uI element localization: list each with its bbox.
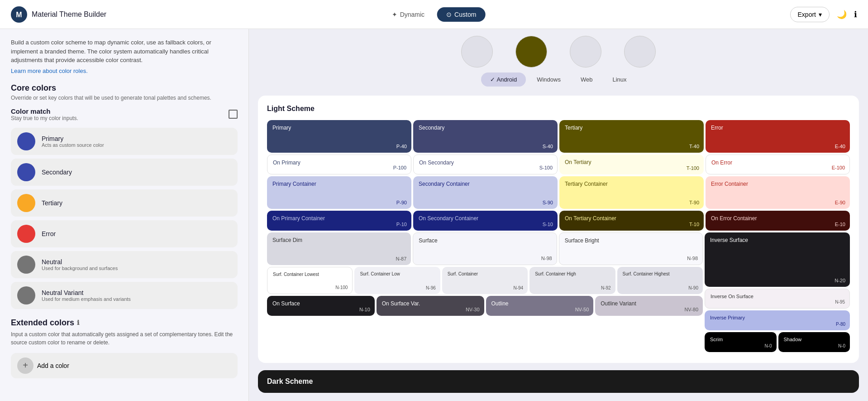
color-item-primary[interactable]: Primary Acts as custom source color [11, 128, 238, 155]
tertiary-label: Tertiary [42, 199, 62, 207]
cell-outline[interactable]: Outline NV-50 [486, 296, 594, 316]
header-right: Export ▾ 🌙 ℹ [790, 7, 857, 22]
cell-on-tertiary[interactable]: On Tertiary T-100 [559, 155, 704, 174]
color-match-labels: Color match Stay true to my color inputs… [11, 107, 78, 121]
custom-tab[interactable]: ⊙ Custom [437, 7, 485, 22]
color-match-title: Color match [11, 107, 78, 115]
tab-linux[interactable]: Linux [603, 72, 635, 87]
cell-inverse-on-surface[interactable]: Inverse On Surface N-95 [705, 289, 850, 309]
primary-color-circle [17, 132, 35, 150]
header: M Material Theme Builder ✦ Dynamic ⊙ Cus… [0, 0, 868, 29]
dynamic-tab[interactable]: ✦ Dynamic [383, 7, 434, 22]
main-layout: Build a custom color scheme to map dynam… [0, 29, 868, 401]
cell-secondary-container[interactable]: Secondary Container S-90 [413, 176, 558, 209]
dark-scheme-title: Dark Scheme [267, 377, 850, 386]
top-preview-strip [258, 38, 859, 65]
color-match-checkbox[interactable] [229, 110, 238, 119]
info-button[interactable]: ℹ [854, 10, 857, 19]
content-area: ✓ Android Windows Web Linux Light Scheme… [249, 29, 868, 401]
secondary-label: Secondary [42, 169, 72, 176]
cell-on-error-container[interactable]: On Error Container E-10 [706, 211, 850, 231]
extended-info-icon: ℹ [77, 319, 79, 326]
tab-web[interactable]: Web [572, 72, 602, 87]
color-match-row: Color match Stay true to my color inputs… [11, 107, 238, 121]
neutral-color-circle [17, 256, 35, 274]
export-button[interactable]: Export ▾ [790, 7, 830, 22]
cell-surface[interactable]: Surface N-98 [413, 232, 557, 265]
cell-on-secondary-container[interactable]: On Secondary Container S-10 [413, 211, 558, 231]
color-item-neutral-variant[interactable]: Neutral Variant Used for medium emphasis… [11, 282, 238, 309]
neutral-variant-label: Neutral Variant [42, 289, 131, 296]
cell-inverse-surface[interactable]: Inverse Surface N-20 [705, 232, 850, 287]
inverse-panel: Inverse Surface N-20 Inverse On Surface … [705, 232, 850, 352]
color-item-neutral[interactable]: Neutral Used for background and surfaces [11, 251, 238, 278]
sidebar-description: Build a custom color scheme to map dynam… [11, 38, 238, 65]
cell-outline-variant[interactable]: Outline Variant NV-80 [595, 296, 703, 316]
tab-windows[interactable]: Windows [528, 72, 570, 87]
core-colors-subtitle: Override or set key colors that will be … [11, 95, 238, 101]
secondary-color-circle [17, 163, 35, 181]
dark-scheme-card: Dark Scheme [258, 370, 859, 393]
cell-secondary[interactable]: Secondary S-40 [413, 120, 558, 153]
add-icon: + [17, 358, 33, 374]
color-item-error[interactable]: Error [11, 220, 238, 247]
cell-surface-dim[interactable]: Surface Dim N-87 [267, 232, 411, 265]
scrim-shadow-row: Scrim N-0 Shadow N-0 [705, 332, 850, 352]
cell-surf-container-low[interactable]: Surf. Container Low N-96 [354, 267, 440, 294]
neutral-variant-desc: Used for medium emphasis and variants [42, 296, 131, 302]
cell-on-primary[interactable]: On Primary P-100 [267, 155, 411, 174]
core-colors-title: Core colors [11, 83, 238, 93]
color-item-secondary[interactable]: Secondary [11, 159, 238, 186]
cell-surf-container-highest[interactable]: Surf. Container Highest N-90 [617, 267, 703, 294]
preview-circle-1 [459, 38, 495, 65]
cell-on-surface[interactable]: On Surface N-10 [267, 296, 375, 316]
color-item-tertiary[interactable]: Tertiary [11, 189, 238, 217]
sidebar-learn-more-link[interactable]: Learn more about color roles. [11, 68, 88, 74]
dark-mode-toggle[interactable]: 🌙 [837, 10, 847, 19]
tertiary-color-circle [17, 194, 35, 212]
cell-surf-container-high[interactable]: Surf. Container High N-92 [529, 267, 615, 294]
cell-on-primary-container[interactable]: On Primary Container P-10 [267, 211, 411, 231]
cell-scrim[interactable]: Scrim N-0 [705, 332, 777, 352]
cell-tertiary-container[interactable]: Tertiary Container T-90 [559, 176, 704, 209]
logo-icon: M [11, 6, 27, 23]
light-scheme-card: Light Scheme Primary P-40 Secondary S-40… [258, 96, 859, 363]
primary-desc: Acts as custom source color [42, 142, 104, 148]
cell-on-secondary[interactable]: On Secondary S-100 [413, 155, 558, 174]
cell-on-error[interactable]: On Error E-100 [706, 155, 850, 174]
surface-panel: Surface Dim N-87 Surface N-98 Surface Br… [267, 232, 703, 352]
cell-primary-container[interactable]: Primary Container P-90 [267, 176, 411, 209]
platform-tabs: ✓ Android Windows Web Linux [258, 72, 859, 87]
primary-label: Primary [42, 135, 104, 142]
light-scheme-title: Light Scheme [267, 105, 850, 113]
header-nav: ✦ Dynamic ⊙ Custom [383, 7, 486, 22]
error-label: Error [42, 230, 56, 237]
neutral-variant-color-circle [17, 286, 35, 304]
cell-shadow[interactable]: Shadow N-0 [778, 332, 850, 352]
svg-text:M: M [16, 11, 22, 19]
cell-on-surface-var[interactable]: On Surface Var. NV-30 [377, 296, 484, 316]
tab-android[interactable]: ✓ Android [481, 72, 526, 87]
cell-error[interactable]: Error E-40 [706, 120, 850, 153]
cell-on-tertiary-container[interactable]: On Tertiary Container T-10 [559, 211, 704, 231]
cell-surf-container-lowest[interactable]: Surf. Container Lowest N-100 [267, 267, 353, 294]
add-color-button[interactable]: + Add a color [11, 353, 238, 378]
cell-primary[interactable]: Primary P-40 [267, 120, 411, 153]
dynamic-icon: ✦ [392, 11, 397, 18]
sidebar: Build a custom color scheme to map dynam… [0, 29, 249, 401]
neutral-label: Neutral [42, 258, 118, 266]
cell-tertiary[interactable]: Tertiary T-40 [559, 120, 704, 153]
custom-icon: ⊙ [446, 11, 452, 18]
preview-circle-2 [513, 38, 549, 65]
extended-colors-title: Extended colors ℹ [11, 318, 238, 328]
app-title: Material Theme Builder [32, 10, 106, 19]
cell-inverse-primary[interactable]: Inverse Primary P-80 [705, 310, 850, 330]
cell-surf-container[interactable]: Surf. Container N-94 [442, 267, 528, 294]
cell-error-container[interactable]: Error Container E-90 [706, 176, 850, 209]
export-chevron-icon: ▾ [819, 11, 822, 18]
error-color-circle [17, 225, 35, 243]
neutral-desc: Used for background and surfaces [42, 266, 118, 271]
cell-surface-bright[interactable]: Surface Bright N-98 [559, 232, 703, 265]
extended-colors-desc: Input a custom color that automatically … [11, 330, 238, 347]
header-left: M Material Theme Builder [11, 6, 106, 23]
